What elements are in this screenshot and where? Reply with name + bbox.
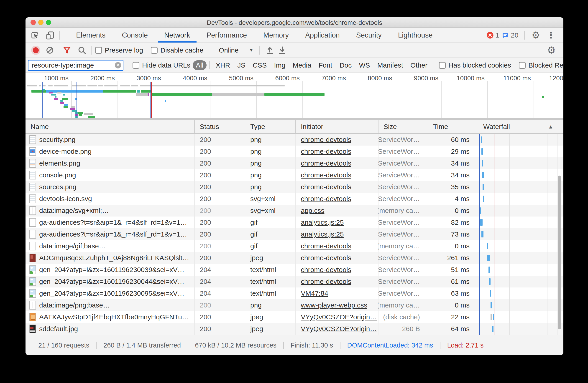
issues-bubble-icon[interactable] bbox=[502, 32, 509, 39]
tab-elements[interactable]: Elements bbox=[68, 28, 114, 42]
request-initiator-link[interactable]: analytics.js:25 bbox=[301, 230, 344, 238]
filter-type-all[interactable]: All bbox=[193, 60, 207, 70]
column-header-size[interactable]: Size bbox=[378, 120, 428, 133]
record-network-log-button[interactable] bbox=[33, 47, 39, 53]
filter-type-xhr[interactable]: XHR bbox=[212, 60, 233, 70]
request-name[interactable]: data:image/gif;base… bbox=[39, 242, 106, 250]
hide-data-urls-checkbox[interactable] bbox=[132, 62, 139, 69]
throttling-dropdown[interactable]: Online ▼ bbox=[219, 46, 254, 54]
waterfall-bar[interactable] bbox=[482, 172, 484, 178]
table-scrollbar[interactable] bbox=[558, 175, 561, 329]
request-initiator-link[interactable]: analytics.js:25 bbox=[301, 219, 344, 226]
table-row[interactable]: ga-audiences?t=sr&aip=1&_r=4&slf_rd=1&v=… bbox=[25, 216, 563, 228]
waterfall-bar[interactable] bbox=[488, 267, 490, 273]
request-name[interactable]: device-mode.png bbox=[39, 148, 92, 155]
request-initiator-link[interactable]: VYyQv0CSZOE?origin… bbox=[301, 313, 377, 321]
request-initiator-link[interactable]: chrome-devtools bbox=[301, 278, 351, 286]
column-header-status[interactable]: Status bbox=[195, 120, 245, 133]
tab-console[interactable]: Console bbox=[114, 28, 156, 42]
table-row[interactable]: gen_204?atyp=i&zx=1601196230044&sei=xV…2… bbox=[25, 276, 563, 287]
table-row[interactable]: gen_204?atyp=i&zx=1601196230039&sei=xV…2… bbox=[25, 264, 563, 276]
filter-type-doc[interactable]: Doc bbox=[336, 60, 355, 70]
waterfall-bar[interactable] bbox=[482, 160, 483, 167]
waterfall-bar[interactable] bbox=[480, 219, 483, 226]
table-row[interactable]: sddefault.jpg200jpegVYyQv0CSZOE?origin…2… bbox=[25, 323, 563, 335]
waterfall-bar[interactable] bbox=[487, 243, 488, 249]
request-initiator-link[interactable]: chrome-devtools bbox=[301, 254, 351, 262]
filter-type-media[interactable]: Media bbox=[290, 60, 315, 70]
tab-network[interactable]: Network bbox=[156, 28, 198, 42]
table-row[interactable]: security.png200pngchrome-devtools(Servic… bbox=[25, 134, 563, 146]
table-row[interactable]: data:image/gif;base…200gifchrome-devtool… bbox=[25, 240, 563, 252]
waterfall-bar[interactable] bbox=[489, 278, 490, 285]
table-row[interactable]: device-mode.png200pngchrome-devtools(Ser… bbox=[25, 146, 563, 157]
filter-type-js[interactable]: JS bbox=[234, 60, 249, 70]
request-name[interactable]: gen_204?atyp=i&zx=1601196230095&sei=xV… bbox=[39, 289, 184, 297]
table-row[interactable]: data:image/svg+xml;…200svg+xmlapp.css(me… bbox=[25, 205, 563, 216]
request-name[interactable]: elements.png bbox=[39, 159, 80, 167]
filter-input[interactable] bbox=[28, 60, 124, 71]
settings-gear-icon[interactable]: ⚙ bbox=[528, 30, 543, 40]
request-initiator-link[interactable]: app.css bbox=[301, 207, 324, 214]
request-name[interactable]: gen_204?atyp=i&zx=1601196230044&sei=xV… bbox=[39, 278, 184, 286]
export-har-icon[interactable] bbox=[277, 45, 288, 56]
more-options-kebab-icon[interactable]: ⋮ bbox=[543, 31, 558, 39]
tab-application[interactable]: Application bbox=[297, 28, 348, 42]
request-initiator-link[interactable]: chrome-devtools bbox=[301, 266, 351, 274]
waterfall-bar[interactable] bbox=[492, 326, 493, 332]
filter-type-manifest[interactable]: Manifest bbox=[374, 60, 406, 70]
error-badge-icon[interactable] bbox=[486, 32, 494, 39]
table-row[interactable]: data:image/png;base…200pngwww-player-web… bbox=[25, 299, 563, 311]
has-blocked-cookies-checkbox[interactable] bbox=[439, 62, 446, 69]
column-header-type[interactable]: Type bbox=[245, 120, 296, 133]
column-header-name[interactable]: Name bbox=[25, 120, 195, 133]
network-overview-timeline[interactable]: 1000 ms2000 ms3000 ms4000 ms5000 ms6000 … bbox=[25, 73, 563, 120]
request-name[interactable]: gen_204?atyp=i&zx=1601196230039&sei=xV… bbox=[39, 266, 184, 274]
blocked-requests-checkbox[interactable] bbox=[519, 62, 525, 69]
tab-performance[interactable]: Performance bbox=[198, 28, 255, 42]
request-initiator-link[interactable]: VM47:84 bbox=[301, 289, 328, 297]
waterfall-bar[interactable] bbox=[483, 184, 484, 190]
tab-lighthouse[interactable]: Lighthouse bbox=[390, 28, 441, 42]
table-row[interactable]: gen_204?atyp=i&zx=1601196230095&sei=xV…2… bbox=[25, 287, 563, 299]
table-row[interactable]: AATXAJywSIpD1jf4EbqHXTfbe0mnyHqGFNTu…200… bbox=[25, 311, 563, 323]
table-row[interactable]: ADGmqu8qexLZuhphT_0Aj88Ng8riLFKASQlslt…2… bbox=[25, 252, 563, 264]
waterfall-bar[interactable] bbox=[490, 302, 492, 308]
filter-funnel-icon[interactable] bbox=[62, 45, 72, 56]
column-header-initiator[interactable]: Initiator bbox=[296, 120, 378, 133]
waterfall-bar[interactable] bbox=[481, 136, 482, 143]
network-settings-gear-icon[interactable]: ⚙ bbox=[544, 45, 559, 55]
disable-cache-checkbox[interactable] bbox=[151, 47, 158, 54]
request-initiator-link[interactable]: chrome-devtools bbox=[301, 183, 351, 191]
request-initiator-link[interactable]: chrome-devtools bbox=[301, 171, 351, 179]
table-row[interactable]: console.png200pngchrome-devtools(Service… bbox=[25, 169, 563, 181]
request-name[interactable]: sddefault.jpg bbox=[39, 325, 78, 333]
request-initiator-link[interactable]: chrome-devtools bbox=[301, 195, 351, 203]
filter-type-ws[interactable]: WS bbox=[356, 60, 373, 70]
request-initiator-link[interactable]: chrome-devtools bbox=[301, 159, 351, 167]
waterfall-bar[interactable] bbox=[487, 255, 490, 261]
column-header-waterfall[interactable]: Waterfall ▲ bbox=[478, 120, 563, 133]
waterfall-bar[interactable] bbox=[482, 148, 483, 155]
tab-memory[interactable]: Memory bbox=[255, 28, 297, 42]
request-name[interactable]: console.png bbox=[39, 171, 76, 179]
filter-type-font[interactable]: Font bbox=[315, 60, 336, 70]
request-initiator-link[interactable]: chrome-devtools bbox=[301, 148, 351, 155]
request-initiator-link[interactable]: www-player-webp.css bbox=[301, 301, 367, 309]
clear-filter-icon[interactable]: ✕ bbox=[115, 62, 121, 68]
request-name[interactable]: ga-audiences?t=sr&aip=1&_r=4&slf_rd=1&v=… bbox=[39, 230, 187, 238]
inspect-element-icon[interactable] bbox=[30, 30, 41, 41]
table-row[interactable]: elements.png200pngchrome-devtools(Servic… bbox=[25, 157, 563, 169]
request-name[interactable]: sources.png bbox=[39, 183, 76, 191]
request-initiator-link[interactable]: VYyQv0CSZOE?origin… bbox=[301, 325, 377, 333]
tab-security[interactable]: Security bbox=[348, 28, 390, 42]
filter-type-other[interactable]: Other bbox=[407, 60, 431, 70]
clear-network-log-icon[interactable] bbox=[46, 47, 53, 54]
import-har-icon[interactable] bbox=[264, 45, 275, 56]
request-initiator-link[interactable]: chrome-devtools bbox=[301, 136, 351, 144]
waterfall-bar[interactable] bbox=[483, 196, 484, 202]
filter-type-css[interactable]: CSS bbox=[249, 60, 270, 70]
request-name[interactable]: devtools-icon.svg bbox=[39, 195, 92, 203]
waterfall-bar[interactable] bbox=[490, 290, 491, 297]
request-name[interactable]: data:image/svg+xml;… bbox=[39, 207, 109, 214]
